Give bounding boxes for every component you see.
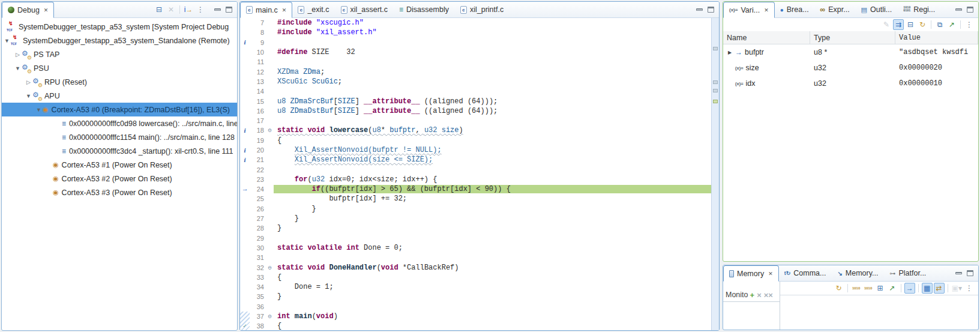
code-line[interactable]: 23 for(u32 idx=0; idx<size; idx++) { bbox=[240, 175, 711, 184]
code-line[interactable]: 29 bbox=[240, 234, 711, 243]
line-number[interactable]: 27 bbox=[250, 215, 266, 222]
code-line[interactable]: 28} bbox=[240, 223, 711, 233]
debug-tree-item[interactable]: ▼◉Cortex-A53 #0 (Breakpoint: ZDmaDstBuf[… bbox=[2, 103, 237, 116]
code-line[interactable]: i18⊖static void lowercase(u8* bufptr, u3… bbox=[240, 125, 711, 135]
code-line[interactable]: 12XZDma ZDma; bbox=[240, 67, 711, 76]
remove-memory-monitor-icon[interactable]: × bbox=[757, 291, 762, 299]
add-memory-monitor-icon[interactable]: + bbox=[750, 291, 755, 299]
debug-tree-item[interactable]: ▼⚙⚙APU bbox=[2, 89, 237, 103]
refresh-variables-icon[interactable]: ↻ bbox=[917, 19, 928, 30]
pin-view-icon[interactable]: ↗ bbox=[946, 19, 957, 30]
line-number[interactable]: 30 bbox=[250, 244, 266, 252]
code-line[interactable]: 16u8 ZDmaDstBuf[SIZE] __attribute__ ((al… bbox=[240, 106, 711, 116]
tab-close-icon[interactable]: ✕ bbox=[768, 271, 773, 277]
expander-open-icon[interactable]: ▼ bbox=[14, 65, 22, 71]
debug-tree-item[interactable]: ▷⚙⚙RPU (Reset) bbox=[2, 75, 237, 89]
column-header-value[interactable]: Value bbox=[895, 31, 978, 44]
overview-annotation-mark[interactable] bbox=[713, 80, 718, 84]
line-number[interactable]: 10 bbox=[250, 49, 266, 56]
tab-xil-assert-c[interactable]: cxil_assert.c bbox=[335, 2, 394, 17]
code-line[interactable]: ✓38{ bbox=[240, 321, 711, 330]
line-number[interactable]: 29 bbox=[250, 235, 266, 242]
show-type-names-icon[interactable]: ✎ bbox=[881, 19, 892, 30]
line-number[interactable]: 8 bbox=[250, 29, 266, 36]
tab-close-icon[interactable]: ✕ bbox=[44, 7, 49, 13]
variable-row[interactable]: ▶(x)=idxu320x00000010 bbox=[723, 76, 978, 91]
info-marker-icon[interactable]: i bbox=[240, 146, 250, 154]
code-line[interactable]: 32⊖static void DoneHandler(void *CallBac… bbox=[240, 262, 711, 272]
variable-row[interactable]: ▶(x)=sizeu320x00000020 bbox=[723, 60, 978, 76]
line-number[interactable]: 28 bbox=[250, 225, 266, 232]
debug-tree-item[interactable]: ◉Cortex-A53 #1 (Power On Reset) bbox=[2, 158, 237, 172]
tab-close-icon[interactable]: ✕ bbox=[764, 7, 769, 13]
line-number[interactable]: 9 bbox=[250, 39, 266, 46]
code-line[interactable]: 17 bbox=[240, 116, 711, 125]
code-line[interactable]: 10#define SIZE 32 bbox=[240, 47, 711, 57]
tab-main-c[interactable]: cmain.c✕ bbox=[240, 2, 292, 18]
table-rendering-icon[interactable]: ▦ bbox=[922, 283, 933, 294]
expander-closed-icon[interactable]: ▷ bbox=[14, 52, 22, 58]
minimize-icon[interactable] bbox=[696, 8, 703, 11]
link-side-by-side-icon[interactable]: → bbox=[904, 283, 915, 294]
line-number[interactable]: 34 bbox=[250, 283, 266, 291]
line-number[interactable]: 25 bbox=[250, 195, 266, 202]
hex-split-right-icon[interactable]: 1010 bbox=[863, 283, 874, 294]
minimize-icon[interactable] bbox=[955, 8, 962, 11]
code-line[interactable]: 34 Done = 1; bbox=[240, 282, 711, 292]
fold-marker-icon[interactable]: ⊖ bbox=[266, 127, 274, 134]
line-number[interactable]: 26 bbox=[250, 205, 266, 213]
remove-all-memory-monitors-icon[interactable]: ×× bbox=[764, 291, 773, 299]
tab-regi[interactable]: 10100101Regi... bbox=[898, 2, 941, 17]
line-number[interactable]: 23 bbox=[250, 176, 266, 183]
code-line[interactable]: 14 bbox=[240, 86, 711, 96]
tab-memory[interactable]: Memory✕ bbox=[723, 265, 779, 282]
line-number[interactable]: 38 bbox=[250, 322, 266, 330]
code-line[interactable]: 26 } bbox=[240, 204, 711, 214]
debug-tree-item[interactable]: ◉Cortex-A53 #3 (Power On Reset) bbox=[2, 186, 237, 199]
switch-memory-icon[interactable]: ⇄ bbox=[934, 283, 945, 294]
tab-debug[interactable]: Debug✕ bbox=[2, 2, 54, 18]
overview-annotation-mark[interactable] bbox=[713, 47, 718, 50]
open-new-view-icon[interactable]: ⧉ bbox=[934, 19, 945, 30]
expander-closed-icon[interactable]: ▷ bbox=[25, 79, 32, 85]
line-number[interactable]: 7 bbox=[250, 19, 266, 26]
suspend-trigger-icon[interactable]: i→ bbox=[183, 4, 194, 15]
line-number[interactable]: 36 bbox=[250, 303, 266, 310]
info-marker-icon[interactable]: i bbox=[240, 38, 250, 46]
expander-open-icon[interactable]: ▼ bbox=[3, 38, 11, 44]
line-number[interactable]: 16 bbox=[250, 107, 266, 115]
code-line[interactable]: 25 bufptr[idx] += 32; bbox=[240, 194, 711, 204]
line-number[interactable]: 32 bbox=[250, 264, 266, 271]
refresh-memory-icon[interactable]: ↻ bbox=[834, 283, 844, 294]
debug-tree-item[interactable]: ▷⚙⚙PS TAP bbox=[2, 47, 237, 61]
info-marker-icon[interactable]: i bbox=[240, 156, 250, 164]
remove-all-terminated-icon[interactable]: ✕ bbox=[166, 4, 176, 15]
line-number[interactable]: 14 bbox=[250, 88, 266, 95]
tab-platfor[interactable]: ⊶Platfor... bbox=[884, 265, 932, 281]
tab-memory[interactable]: ↘Memory... bbox=[832, 265, 884, 281]
tab-vari[interactable]: (x)=Vari...✕ bbox=[723, 2, 775, 18]
overview-ruler-scrollbar[interactable] bbox=[711, 18, 719, 330]
code-line[interactable]: i20 Xil_AssertNonvoid(bufptr != NULL); bbox=[240, 145, 711, 155]
line-number[interactable]: 15 bbox=[250, 98, 266, 105]
line-number[interactable]: 37 bbox=[250, 313, 266, 320]
debug-tree-item[interactable]: ↯TCFSystemDebugger_testapp_a53_system [S… bbox=[2, 20, 237, 34]
view-menu-icon[interactable]: ⋮ bbox=[195, 4, 206, 15]
collapse-all-icon[interactable]: ⊟ bbox=[154, 4, 164, 15]
code-line[interactable]: 15u8 ZDmaSrcBuf[SIZE] __attribute__ ((al… bbox=[240, 96, 711, 106]
tab-outli[interactable]: ▤Outli... bbox=[856, 2, 898, 17]
maximize-icon[interactable] bbox=[967, 270, 973, 276]
export-memory-icon[interactable]: ↗ bbox=[887, 283, 898, 294]
info-marker-icon[interactable]: i bbox=[240, 127, 250, 134]
new-rendering-icon[interactable]: ⊞ bbox=[875, 283, 886, 294]
line-number[interactable]: 22 bbox=[250, 166, 266, 174]
code-line[interactable]: 11 bbox=[240, 57, 711, 67]
tab-disassembly[interactable]: ≡Disassembly bbox=[394, 2, 455, 17]
tab-brea[interactable]: ●Brea... bbox=[775, 2, 815, 17]
variable-row[interactable]: ▶→bufptru8 *"asdbqset kwsdfi bbox=[723, 44, 978, 60]
debug-tree-item[interactable]: ◉Cortex-A53 #2 (Power On Reset) bbox=[2, 172, 237, 186]
line-number[interactable]: 33 bbox=[250, 274, 266, 281]
line-number[interactable]: 20 bbox=[250, 146, 266, 154]
expander-open-icon[interactable]: ▼ bbox=[35, 107, 43, 113]
debug-tree-item[interactable]: ≡0x00000000fffc0d98 lowercase(): ../src/… bbox=[2, 116, 237, 130]
